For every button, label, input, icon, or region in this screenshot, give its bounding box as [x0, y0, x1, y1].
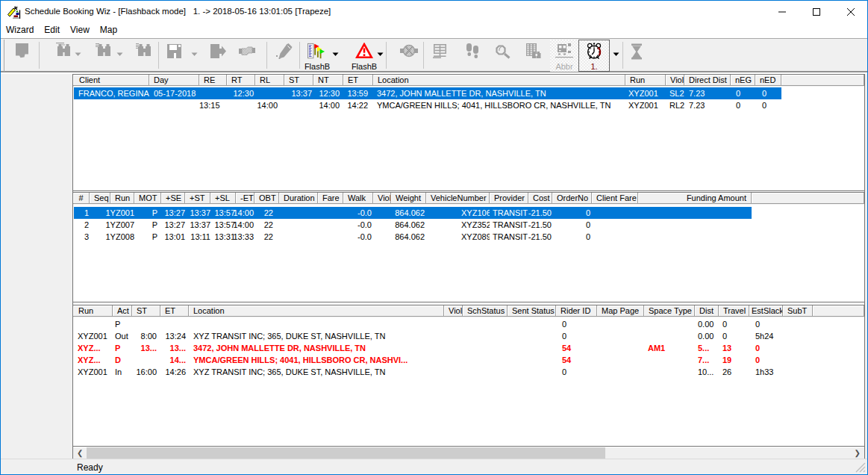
table-cell: 14:00	[225, 99, 284, 111]
column-header-ned[interactable]: nED	[755, 75, 781, 86]
column-header-provider[interactable]: Provider	[490, 193, 528, 204]
column-header-estslack[interactable]: EstSlack	[749, 305, 783, 317]
title-bar[interactable]: Schedule Booking Wiz - [Flashback mode] …	[1, 1, 867, 22]
find-dropdown-icon	[75, 52, 81, 57]
table-row[interactable]: P00.0000	[73, 318, 864, 330]
table-cell: FRANCO, REGINA	[73, 87, 149, 99]
column-header-viol[interactable]: Viol	[444, 305, 463, 317]
column-header-client[interactable]: Client	[73, 75, 149, 86]
column-header-sent-status[interactable]: Sent Status	[508, 305, 556, 317]
table-row[interactable]: XYZ...D14...YMCA/GREEN HILLS; 4041, HILL…	[73, 354, 864, 366]
column-header-rl[interactable]: RL	[255, 75, 284, 86]
scroll-left-icon[interactable]: ❮	[77, 450, 83, 456]
close-button[interactable]	[834, 1, 868, 22]
table-row[interactable]: 21YZ007P13:2713:3713:5714:0022-0.0864.06…	[73, 219, 864, 231]
table-row[interactable]: 13:1514:0014:0014:22YMCA/GREEN HILLS; 40…	[73, 99, 864, 111]
column-header-cost[interactable]: Cost	[528, 193, 552, 204]
column-header-et[interactable]: ET	[343, 75, 373, 86]
column-header-location[interactable]: Location	[373, 75, 625, 86]
column-header-funding-amount[interactable]: Funding Amount	[638, 193, 752, 204]
resize-grip[interactable]	[855, 462, 866, 473]
table-cell: XYZ TRANSIT INC; 365, DUKE ST, NASHVILLE…	[189, 330, 444, 342]
column-header-rt[interactable]: RT	[227, 75, 255, 86]
column-header-schstatus[interactable]: SchStatus	[463, 305, 508, 317]
column-header-run[interactable]: Run	[73, 305, 113, 317]
horizontal-scrollbar[interactable]: ❮ ❯	[73, 447, 864, 459]
column-header-location[interactable]: Location	[189, 305, 444, 317]
column-header-st[interactable]: ST	[284, 75, 313, 86]
menu-view[interactable]: View	[65, 23, 95, 37]
menu-map[interactable]: Map	[95, 23, 122, 37]
flashback2-dropdown-icon[interactable]	[377, 52, 384, 57]
table-row[interactable]: FRANCO, REGINA05-17-201812:3013:3712:301…	[73, 87, 864, 99]
column-header-space-type[interactable]: Space Type	[644, 305, 695, 317]
flashback-ruler-icon[interactable]	[307, 43, 325, 60]
maximize-button[interactable]	[799, 1, 834, 22]
column-header-dist[interactable]: Dist	[695, 305, 719, 317]
table-row[interactable]: XYZ001Out8:0013:24XYZ TRANSIT INC; 365, …	[73, 330, 864, 342]
table-cell: 26	[719, 366, 749, 378]
flashback1-dropdown-icon[interactable]	[332, 52, 339, 57]
toolbar-separator	[266, 42, 267, 69]
column-header-run[interactable]: Run	[625, 75, 666, 86]
table-cell: 0	[755, 99, 781, 111]
column-header-weight[interactable]: Weight	[391, 193, 426, 204]
column-header-run[interactable]: Run	[110, 193, 134, 204]
table-cell: 19	[719, 354, 749, 366]
flashback1-label: FlashB	[300, 62, 334, 71]
table-cell: 10...	[695, 366, 719, 378]
table-cell: 864.062	[361, 219, 426, 231]
column-header-act[interactable]: Act	[113, 305, 132, 317]
minimize-button[interactable]	[765, 1, 799, 22]
column-header-orderno[interactable]: OrderNo	[552, 193, 592, 204]
table-cell: 0.00	[695, 318, 719, 330]
column-header--se[interactable]: +SE	[161, 193, 185, 204]
column-header-client-fare[interactable]: Client Fare	[592, 193, 638, 204]
column-header-vehiclenumber[interactable]: VehicleNumber	[426, 193, 490, 204]
table-row[interactable]: XYZ...P13...13...3472, JOHN MALLETTE DR,…	[73, 342, 864, 354]
column-header-duration[interactable]: Duration	[279, 193, 318, 204]
column-header--et[interactable]: -ET	[236, 193, 255, 204]
clock-dropdown-icon[interactable]	[613, 52, 619, 57]
column-header-obt[interactable]: OBT	[255, 193, 279, 204]
column-header-day[interactable]: Day	[149, 75, 199, 86]
table-cell: 0	[719, 330, 749, 342]
column-header-subt[interactable]: SubT	[783, 305, 813, 317]
scroll-right-icon[interactable]: ❯	[855, 450, 861, 456]
flashback-warning-icon[interactable]	[355, 43, 373, 60]
column-header-rider-id[interactable]: Rider ID	[556, 305, 597, 317]
column-header-walk[interactable]: Walk	[343, 193, 373, 204]
column-header-viol[interactable]: Viol	[666, 75, 684, 86]
column-header-travel[interactable]: Travel	[719, 305, 749, 317]
table-cell: 7...	[695, 354, 719, 366]
table-row[interactable]: 11YZ001P13:2713:3713:5714:0022-0.0864.06…	[73, 207, 864, 219]
column-header-re[interactable]: RE	[199, 75, 227, 86]
column-header--sl[interactable]: +SL	[210, 193, 236, 204]
column-header-map-page[interactable]: Map Page	[597, 305, 644, 317]
column-header-fare[interactable]: Fare	[318, 193, 343, 204]
table-row[interactable]: 31YZ008P13:0113:1113:3113:3322-0.0864.06…	[73, 231, 864, 243]
column-header-st[interactable]: ST	[132, 305, 160, 317]
alarm-clock-icon[interactable]	[585, 43, 603, 60]
table-cell: 5h24	[749, 330, 783, 342]
column-header-direct-dist[interactable]: Direct Dist	[684, 75, 731, 86]
column-header-seq[interactable]: Seq	[90, 193, 110, 204]
table-row[interactable]: XYZ001In16:0014:26XYZ TRANSIT INC; 365, …	[73, 366, 864, 378]
column-header-mot[interactable]: MOT	[134, 193, 161, 204]
column-header--st[interactable]: +ST	[185, 193, 210, 204]
table-cell: 0	[522, 207, 592, 219]
table-cell: 864.062	[361, 231, 426, 243]
column-header-et[interactable]: ET	[160, 305, 189, 317]
menu-edit[interactable]: Edit	[39, 23, 65, 37]
column-header-nt[interactable]: NT	[313, 75, 343, 86]
menu-wizard[interactable]: Wizard	[1, 23, 39, 37]
table-cell: 7.23	[684, 99, 731, 111]
abbr-label: Abbr	[550, 62, 578, 71]
table-cell: 22	[225, 219, 279, 231]
scrollbar-thumb[interactable]	[87, 447, 605, 459]
table-cell: SL2	[666, 87, 684, 99]
column-header-neg[interactable]: nEG	[731, 75, 755, 86]
table-cell: 22	[225, 207, 279, 219]
column-header-viol[interactable]: Viol	[373, 193, 391, 204]
column-header--[interactable]: #	[73, 193, 90, 204]
